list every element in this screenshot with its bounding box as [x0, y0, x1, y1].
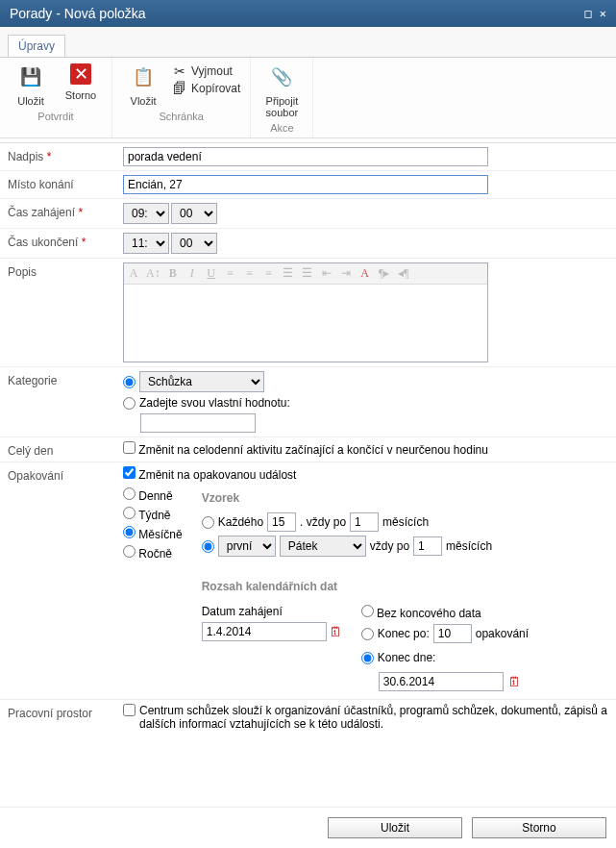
- ribbon: 💾 Uložit ✕ Storno Potvrdit 📋 Vložit ✂ Vy…: [0, 58, 616, 138]
- title-input[interactable]: [123, 147, 488, 166]
- weekly-radio[interactable]: Týdně: [123, 507, 183, 522]
- copy-icon: 🗐: [172, 81, 187, 96]
- rte-ltr-icon[interactable]: ¶▸: [378, 266, 391, 281]
- endby-radio[interactable]: [361, 652, 374, 664]
- occ-input[interactable]: [433, 624, 472, 643]
- rte-list-bul-icon[interactable]: ☰: [301, 266, 314, 281]
- pat-ord-radio[interactable]: [202, 540, 214, 553]
- label-recur: Opakování: [8, 466, 123, 695]
- attach-button[interactable]: 📎 Připojit soubor: [260, 63, 303, 118]
- start-min-select[interactable]: 00: [171, 203, 217, 224]
- rte-list-num-icon[interactable]: ☰: [282, 266, 295, 281]
- rte-bold-icon[interactable]: B: [166, 266, 180, 281]
- pattern-header: Vzorek: [202, 491, 608, 505]
- recur-checkbox[interactable]: [123, 466, 136, 479]
- rte-fontsize-icon[interactable]: A↕: [146, 266, 160, 281]
- paste-icon: 📋: [130, 63, 157, 90]
- allday-checkbox-label[interactable]: Změnit na celodenní aktivitu začínající …: [123, 443, 488, 457]
- label-start: Čas zahájení *: [8, 203, 123, 224]
- calendar-icon[interactable]: 🗓: [329, 624, 342, 639]
- workspace-checkbox[interactable]: [123, 704, 136, 716]
- maximize-icon[interactable]: □: [585, 7, 592, 20]
- rte-color-icon[interactable]: A: [358, 266, 372, 281]
- start-date-input[interactable]: [202, 622, 327, 641]
- recur-checkbox-label[interactable]: Změnit na opakovanou událost: [123, 468, 296, 482]
- form-body: Nadpis * Místo konání Čas zahájení * 09:…: [0, 138, 616, 807]
- tab-edit[interactable]: Úpravy: [8, 35, 65, 57]
- group-actions: Akce: [260, 122, 303, 134]
- save-button[interactable]: 💾 Uložit: [10, 63, 52, 107]
- yearly-radio[interactable]: Ročně: [123, 545, 183, 561]
- noend-radio[interactable]: Bez koncového data: [361, 605, 529, 620]
- end-min-select[interactable]: 00: [171, 233, 217, 254]
- label-desc: Popis: [8, 262, 123, 362]
- label-end: Čas ukončení *: [8, 233, 123, 254]
- label-location: Místo konání: [8, 175, 123, 194]
- dialog-buttons: Uložit Storno: [0, 807, 616, 848]
- rte-italic-icon[interactable]: I: [185, 266, 199, 281]
- pat-day-input[interactable]: [267, 512, 296, 532]
- titlebar: Porady - Nová položka □ ✕: [0, 0, 616, 27]
- location-input[interactable]: [123, 175, 488, 194]
- attach-icon: 📎: [268, 63, 295, 90]
- group-clipboard: Schránka: [122, 111, 240, 122]
- end-date-input[interactable]: [379, 672, 504, 691]
- start-hour-select[interactable]: 09:: [123, 203, 169, 224]
- cut-icon: ✂: [172, 63, 187, 79]
- rte-align-center-icon[interactable]: ≡: [243, 266, 257, 281]
- desc-textarea[interactable]: [124, 285, 487, 362]
- rte-rtl-icon[interactable]: ◂¶: [397, 266, 410, 281]
- start-date-label: Datum zahájení: [202, 605, 342, 618]
- cat-radio-preset[interactable]: [123, 376, 136, 388]
- label-allday: Celý den: [8, 441, 123, 458]
- calendar-icon-end[interactable]: 🗓: [507, 674, 521, 689]
- endafter-radio[interactable]: [361, 628, 374, 640]
- save-icon: 💾: [17, 63, 44, 90]
- cancel-button[interactable]: ✕ Storno: [60, 63, 102, 101]
- range-header: Rozsah kalendářních dat: [202, 580, 608, 593]
- pat-day-radio[interactable]: [202, 516, 214, 529]
- pat-ord-select[interactable]: první: [218, 536, 276, 557]
- allday-checkbox[interactable]: [123, 441, 136, 454]
- close-icon[interactable]: ✕: [600, 7, 606, 20]
- cat-custom-label: Zadejte svou vlastní hodnotu:: [139, 396, 290, 410]
- cut-button[interactable]: ✂ Vyjmout: [172, 63, 233, 79]
- label-workspace: Pracovní prostor: [8, 704, 123, 731]
- copy-button[interactable]: 🗐 Kopírovat: [172, 81, 240, 96]
- paste-button[interactable]: 📋 Vložit: [122, 63, 164, 107]
- dialog-cancel-button[interactable]: Storno: [472, 817, 606, 838]
- pat-mon1-input[interactable]: [350, 512, 379, 532]
- rte-toolbar: A A↕ B I U ≡ ≡ ≡ ☰ ☰ ⇤ ⇥ A ¶▸ ◂¶: [124, 263, 487, 285]
- cat-radio-custom[interactable]: [123, 397, 136, 410]
- label-category: Kategorie: [8, 371, 123, 433]
- monthly-radio[interactable]: Měsíčně: [123, 526, 183, 541]
- workspace-checkbox-label[interactable]: Centrum schůzek slouží k organizování úč…: [123, 704, 608, 731]
- daily-radio[interactable]: Denně: [123, 487, 183, 503]
- pat-dow-select[interactable]: Pátek: [280, 536, 366, 557]
- window-title: Porady - Nová položka: [10, 6, 146, 21]
- pat-mon2-input[interactable]: [413, 536, 442, 556]
- rte-font-icon[interactable]: A: [127, 266, 140, 281]
- rte-align-left-icon[interactable]: ≡: [224, 266, 237, 281]
- cat-select[interactable]: Schůzka: [139, 371, 264, 392]
- cancel-icon: ✕: [70, 63, 91, 85]
- rte-underline-icon[interactable]: U: [205, 266, 218, 281]
- ribbon-tabs: Úpravy: [0, 27, 616, 58]
- rte-indent-icon[interactable]: ⇥: [339, 266, 353, 281]
- end-hour-select[interactable]: 11:: [123, 233, 169, 254]
- rte-outdent-icon[interactable]: ⇤: [320, 266, 333, 281]
- dialog-save-button[interactable]: Uložit: [328, 817, 462, 838]
- label-title: Nadpis *: [8, 147, 123, 166]
- cat-custom-input[interactable]: [140, 413, 256, 433]
- group-confirm: Potvrdit: [10, 111, 102, 122]
- rte-align-right-icon[interactable]: ≡: [262, 266, 276, 281]
